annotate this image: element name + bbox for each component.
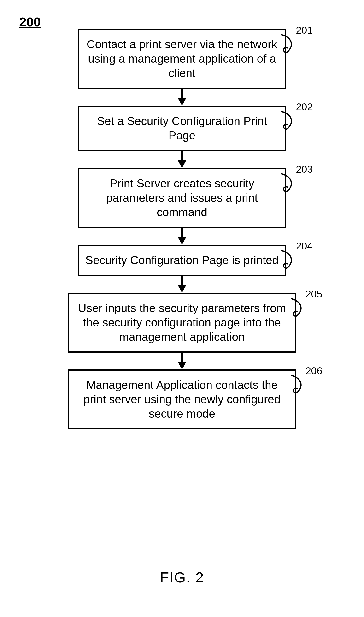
- arrow-down-icon: [176, 353, 188, 369]
- flow-box: Management Application contacts the prin…: [68, 369, 296, 429]
- reference-hook-icon: [291, 298, 308, 319]
- reference-number: 202: [296, 101, 313, 113]
- flow-step: Management Application contacts the prin…: [50, 369, 314, 429]
- page: 200 Contact a print server via the netwo…: [0, 0, 364, 617]
- reference-number: 205: [305, 288, 322, 300]
- reference-number: 203: [296, 164, 313, 175]
- reference-number: 201: [296, 25, 313, 36]
- flow-box: Set a Security Configuration Print Page: [78, 105, 286, 151]
- flow-step: Set a Security Configuration Print Page2…: [50, 105, 314, 151]
- flow-step: Print Server creates security parameters…: [50, 168, 314, 228]
- svg-marker-5: [178, 237, 186, 245]
- flow-arrow: [50, 228, 314, 245]
- reference-hook-icon: [291, 374, 308, 396]
- flow-step: Security Configuration Page is printed20…: [50, 245, 314, 276]
- arrow-down-icon: [176, 151, 188, 168]
- figure-caption: FIG. 2: [160, 569, 204, 586]
- flow-step: Contact a print server via the network u…: [50, 29, 314, 89]
- reference-number: 206: [305, 365, 322, 377]
- flowchart: Contact a print server via the network u…: [50, 29, 314, 429]
- reference-hook-icon: [281, 110, 298, 132]
- flow-arrow: [50, 353, 314, 369]
- arrow-down-icon: [176, 228, 188, 245]
- reference-hook-icon: [281, 249, 298, 271]
- svg-marker-7: [178, 285, 186, 293]
- flow-box: Contact a print server via the network u…: [78, 29, 286, 89]
- flow-box: User inputs the security parameters from…: [68, 293, 296, 353]
- svg-marker-1: [178, 98, 186, 105]
- flow-box: Print Server creates security parameters…: [78, 168, 286, 228]
- flow-box: Security Configuration Page is printed: [78, 245, 286, 276]
- arrow-down-icon: [176, 276, 188, 293]
- flow-arrow: [50, 276, 314, 293]
- reference-hook-icon: [281, 173, 298, 194]
- figure-number: 200: [19, 14, 41, 29]
- svg-marker-3: [178, 160, 186, 168]
- flow-arrow: [50, 89, 314, 105]
- flow-step: User inputs the security parameters from…: [50, 293, 314, 353]
- svg-marker-9: [178, 362, 186, 369]
- reference-number: 204: [296, 240, 313, 252]
- arrow-down-icon: [176, 89, 188, 105]
- flow-arrow: [50, 151, 314, 168]
- reference-hook-icon: [281, 34, 298, 55]
